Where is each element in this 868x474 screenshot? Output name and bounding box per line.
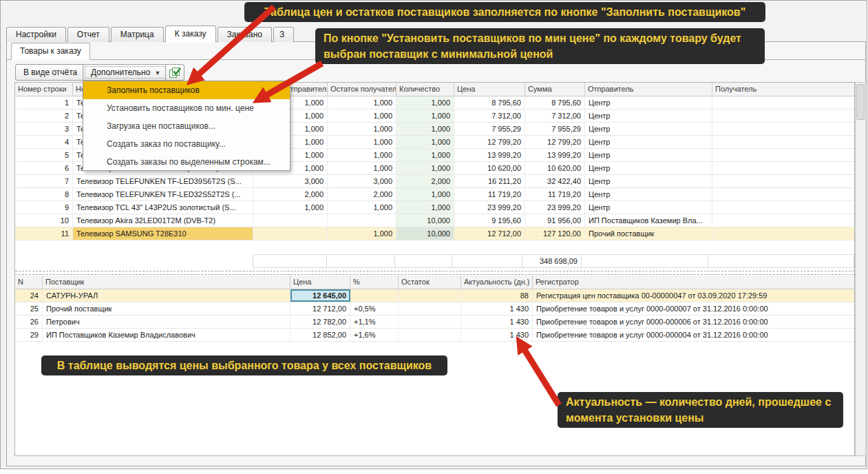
cell: 4 bbox=[15, 136, 73, 148]
cell: Центр bbox=[585, 162, 712, 174]
product-row[interactable]: 7Телевизор TELEFUNKEN TF-LED39S6T2S (S..… bbox=[15, 175, 854, 188]
cell: 1,000 bbox=[396, 110, 454, 122]
cell: 1,000 bbox=[328, 227, 396, 240]
tab-nastroyki[interactable]: Настройки bbox=[6, 27, 66, 42]
report-view-button[interactable]: В виде отчёта bbox=[15, 64, 85, 81]
cell: 7 312,00 bbox=[454, 110, 525, 122]
cell bbox=[581, 254, 708, 268]
products-total-row: 348 698,09 bbox=[15, 254, 854, 268]
cell: 10,000 bbox=[396, 214, 454, 227]
column-header[interactable]: Регистратор bbox=[533, 276, 854, 289]
cell: 12 645,00 bbox=[290, 289, 350, 302]
cell: 1,000 bbox=[328, 96, 396, 109]
cell: 7 312,00 bbox=[525, 110, 585, 122]
product-row[interactable]: 9Телевизор TCL 43" L43P2US золотистый (S… bbox=[15, 201, 854, 214]
cell: 127 120,00 bbox=[525, 227, 585, 240]
cell: 2 bbox=[15, 110, 73, 122]
column-header[interactable]: Получатель bbox=[712, 83, 854, 96]
cell: 8 795,60 bbox=[454, 96, 525, 109]
cell: 1,000 bbox=[328, 162, 396, 174]
chevron-down-icon: ▼ bbox=[154, 70, 160, 76]
cell bbox=[253, 227, 328, 240]
product-row[interactable]: 10Телевизор Akira 32LED01T2M (DVB-T2)10,… bbox=[15, 214, 854, 227]
cell: Регистрация цен поставщика 00-00000047 о… bbox=[533, 289, 854, 302]
cell: ИП Поставщиков Каземир Владиславович bbox=[43, 329, 290, 341]
cell: 1 bbox=[15, 96, 73, 109]
column-header[interactable]: N bbox=[15, 276, 43, 289]
column-header[interactable]: % bbox=[350, 276, 399, 289]
supplier-row[interactable]: 25Прочий поставщик12 712,00+0,5%1 430При… bbox=[15, 302, 854, 316]
column-header[interactable]: Цена bbox=[290, 276, 350, 289]
cell: 3,000 bbox=[328, 175, 396, 187]
column-header[interactable]: Количество bbox=[396, 83, 454, 96]
cell: Телевизор Akira 32LED01T2M (DVB-T2) bbox=[73, 214, 253, 227]
more-dropdown-button[interactable]: Дополнительно▼ bbox=[83, 64, 169, 81]
menu-item-create-orders-by-rows[interactable]: Создать заказы по выделенным строкам... bbox=[83, 153, 290, 171]
suppliers-table-header: N Поставщик Цена % Остаток Актуальность … bbox=[15, 276, 854, 289]
cell: 2,000 bbox=[253, 188, 328, 200]
menu-item-load-prices[interactable]: Загрузка цен поставщиков... bbox=[83, 117, 290, 135]
cell bbox=[399, 316, 461, 328]
cell: 29 bbox=[15, 329, 43, 341]
cell: 16 211,20 bbox=[454, 175, 525, 187]
cell bbox=[712, 110, 854, 122]
cell bbox=[712, 201, 854, 214]
cell: Центр bbox=[585, 188, 712, 200]
tab-partial[interactable]: З bbox=[273, 27, 294, 42]
cell: 1,000 bbox=[328, 123, 396, 135]
cell: 25 bbox=[15, 302, 43, 315]
cell: 2,000 bbox=[396, 175, 454, 187]
column-header[interactable]: Остаток bbox=[399, 276, 461, 289]
vertical-scrollbar[interactable] bbox=[855, 82, 866, 456]
tab-k-zakazu[interactable]: К заказу bbox=[165, 25, 216, 42]
total-sum: 348 698,09 bbox=[522, 254, 582, 268]
annotation-fill-suppliers: Таблица цен и остатков поставщиков запол… bbox=[244, 2, 765, 22]
cell: 13 999,20 bbox=[525, 149, 585, 161]
cell: 10 bbox=[15, 214, 73, 227]
supplier-row[interactable]: 24САТУРН-УРАЛ12 645,0088Регистрация цен … bbox=[15, 289, 854, 302]
apply-check-button[interactable] bbox=[165, 64, 184, 81]
cell bbox=[350, 289, 399, 302]
supplier-row[interactable]: 26Петрович12 782,00+1,1%1 430Приобретени… bbox=[15, 316, 854, 329]
product-row[interactable]: 11Телевизор SAMSUNG T28E3101,00010,00012… bbox=[15, 227, 854, 240]
cell: 88 bbox=[461, 289, 533, 302]
column-header[interactable]: Сумма bbox=[525, 83, 585, 96]
cell: 12 782,00 bbox=[290, 316, 350, 328]
cell: 32 422,40 bbox=[525, 175, 585, 187]
cell bbox=[712, 162, 854, 174]
cell: Центр bbox=[585, 149, 712, 161]
cell: 2,000 bbox=[328, 188, 396, 200]
menu-item-create-order-by-supplier[interactable]: Создать заказ по поставщику... bbox=[83, 135, 290, 153]
subtab-tovary-k-zakazu[interactable]: Товары к заказу bbox=[11, 43, 90, 60]
column-header[interactable]: Остаток получателя bbox=[328, 83, 396, 96]
tables-splitter[interactable] bbox=[15, 271, 854, 275]
product-row[interactable]: 8Телевизор TELEFUNKEN TF-LED32S52T2S (..… bbox=[15, 188, 854, 201]
cell: Центр bbox=[585, 175, 712, 187]
scrollbar-thumb[interactable] bbox=[856, 84, 865, 120]
cell: 1,000 bbox=[396, 96, 454, 109]
cell: 1,000 bbox=[253, 201, 328, 214]
cell: 10 620,00 bbox=[454, 162, 525, 174]
cell: 26 bbox=[15, 316, 43, 328]
column-header[interactable]: Номер строки bbox=[15, 83, 73, 96]
tab-matrica[interactable]: Матрица bbox=[111, 27, 164, 42]
cell: 11 719,20 bbox=[454, 188, 525, 200]
column-header[interactable]: Актуальность (дн.) bbox=[461, 276, 533, 289]
menu-item-fill-suppliers[interactable]: Заполнить поставщиков bbox=[83, 81, 290, 99]
cell: Петрович bbox=[43, 316, 290, 328]
column-header[interactable]: Отправитель bbox=[585, 83, 712, 96]
column-header[interactable]: Поставщик bbox=[43, 276, 290, 289]
cell bbox=[15, 254, 73, 268]
cell: Прочий поставщик bbox=[43, 302, 290, 315]
cell bbox=[712, 136, 854, 148]
column-header[interactable]: Цена bbox=[454, 83, 525, 96]
tab-otchet[interactable]: Отчет bbox=[67, 27, 109, 42]
cell bbox=[73, 254, 253, 268]
menu-item-set-min-price[interactable]: Установить поставщиков по мин. цене bbox=[83, 99, 290, 117]
tab-zakazano[interactable]: Заказано bbox=[218, 27, 272, 42]
cell bbox=[712, 214, 854, 227]
supplier-row[interactable]: 29ИП Поставщиков Каземир Владиславович12… bbox=[15, 329, 854, 342]
cell: 1,000 bbox=[396, 123, 454, 135]
cell: Центр bbox=[585, 123, 712, 135]
cell: 11 719,20 bbox=[525, 188, 585, 200]
